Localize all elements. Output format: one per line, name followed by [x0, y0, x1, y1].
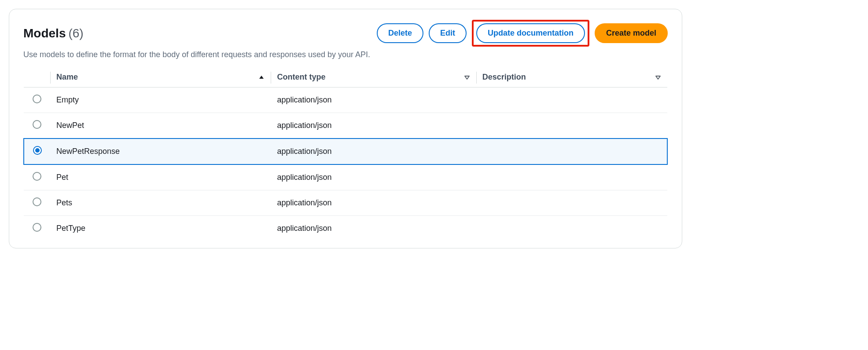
table-row[interactable]: Pets application/json: [24, 190, 667, 216]
cell-content-type: application/json: [271, 139, 476, 164]
models-table: Name Content type: [23, 68, 668, 241]
cell-content-type: application/json: [271, 88, 476, 113]
column-content-type[interactable]: Content type: [271, 68, 476, 88]
column-description-label: Description: [482, 73, 526, 82]
cell-name: Pet: [50, 164, 271, 190]
edit-button[interactable]: Edit: [429, 23, 467, 43]
delete-button[interactable]: Delete: [377, 23, 423, 43]
table-row[interactable]: PetType application/json: [24, 216, 667, 241]
cell-description: [476, 190, 667, 216]
cell-description: [476, 88, 667, 113]
models-panel: Models (6) Delete Edit Update documentat…: [9, 9, 682, 248]
title-text: Models: [23, 26, 66, 40]
update-documentation-button[interactable]: Update documentation: [476, 23, 585, 43]
create-model-button[interactable]: Create model: [595, 23, 668, 43]
column-content-type-label: Content type: [277, 73, 325, 82]
cell-description: [476, 216, 667, 241]
sort-asc-icon: [258, 74, 265, 80]
row-radio[interactable]: [33, 197, 41, 206]
update-documentation-highlight: Update documentation: [472, 20, 589, 47]
cell-content-type: application/json: [271, 216, 476, 241]
cell-name: NewPet: [50, 113, 271, 139]
row-radio[interactable]: [33, 223, 41, 232]
column-select: [24, 68, 50, 88]
cell-name: Empty: [50, 88, 271, 113]
cell-description: [476, 113, 667, 139]
column-name[interactable]: Name: [50, 68, 271, 88]
row-radio[interactable]: [33, 95, 41, 103]
table-header-row: Name Content type: [24, 68, 667, 88]
title-count: (6): [68, 26, 83, 40]
table-row[interactable]: NewPet application/json: [24, 113, 667, 139]
filter-icon: [464, 74, 470, 80]
cell-content-type: application/json: [271, 164, 476, 190]
cell-content-type: application/json: [271, 190, 476, 216]
cell-content-type: application/json: [271, 113, 476, 139]
cell-name: PetType: [50, 216, 271, 241]
filter-icon: [655, 74, 661, 80]
panel-description: Use models to define the format for the …: [23, 50, 668, 59]
cell-name: Pets: [50, 190, 271, 216]
page-title: Models (6): [23, 26, 84, 40]
row-radio[interactable]: [33, 146, 42, 155]
panel-header: Models (6) Delete Edit Update documentat…: [23, 20, 668, 47]
column-name-label: Name: [56, 73, 78, 82]
row-radio[interactable]: [33, 120, 41, 129]
column-description[interactable]: Description: [476, 68, 667, 88]
table-row[interactable]: NewPetResponse application/json: [24, 139, 667, 164]
cell-name: NewPetResponse: [50, 139, 271, 164]
cell-description: [476, 139, 667, 164]
row-radio[interactable]: [33, 172, 41, 181]
table-row[interactable]: Pet application/json: [24, 164, 667, 190]
panel-actions: Delete Edit Update documentation Create …: [377, 20, 668, 47]
table-row[interactable]: Empty application/json: [24, 88, 667, 113]
cell-description: [476, 164, 667, 190]
